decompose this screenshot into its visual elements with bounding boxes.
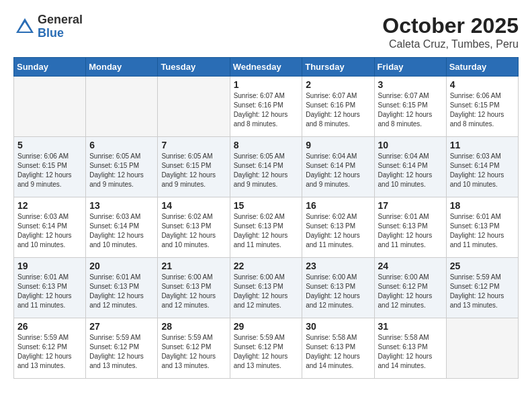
calendar-day: 26Sunrise: 5:59 AM Sunset: 6:12 PM Dayli… [14,318,86,379]
logo-blue: Blue [38,27,83,40]
calendar-day: 6Sunrise: 6:05 AM Sunset: 6:15 PM Daylig… [86,137,158,197]
calendar-day: 1Sunrise: 6:07 AM Sunset: 6:16 PM Daylig… [230,77,302,137]
day-header-saturday: Saturday [446,58,518,77]
calendar-day: 12Sunrise: 6:03 AM Sunset: 6:14 PM Dayli… [14,197,86,258]
day-info: Sunrise: 6:06 AM Sunset: 6:15 PM Dayligh… [17,152,82,189]
day-info: Sunrise: 5:59 AM Sunset: 6:12 PM Dayligh… [234,333,299,371]
calendar-day: 17Sunrise: 6:01 AM Sunset: 6:13 PM Dayli… [374,197,446,258]
day-number: 14 [161,200,226,211]
day-info: Sunrise: 6:07 AM Sunset: 6:16 PM Dayligh… [306,91,370,129]
day-info: Sunrise: 6:00 AM Sunset: 6:13 PM Dayligh… [161,273,226,310]
day-info: Sunrise: 6:03 AM Sunset: 6:14 PM Dayligh… [89,212,154,250]
day-info: Sunrise: 6:00 AM Sunset: 6:13 PM Dayligh… [234,273,299,310]
calendar-day: 27Sunrise: 5:59 AM Sunset: 6:12 PM Dayli… [86,318,158,379]
calendar-day [86,77,158,137]
calendar-day: 11Sunrise: 6:03 AM Sunset: 6:14 PM Dayli… [446,137,518,197]
day-number: 2 [306,79,370,90]
day-info: Sunrise: 5:59 AM Sunset: 6:12 PM Dayligh… [17,333,82,371]
day-number: 15 [234,200,299,211]
calendar-day: 29Sunrise: 5:59 AM Sunset: 6:12 PM Dayli… [230,318,302,379]
day-number: 9 [306,140,370,150]
logo: General Blue [13,13,83,40]
week-row-4: 19Sunrise: 6:01 AM Sunset: 6:13 PM Dayli… [14,258,519,318]
day-number: 17 [378,200,443,211]
day-info: Sunrise: 5:59 AM Sunset: 6:12 PM Dayligh… [450,273,515,310]
calendar-day: 7Sunrise: 6:05 AM Sunset: 6:15 PM Daylig… [158,137,230,197]
day-info: Sunrise: 6:02 AM Sunset: 6:13 PM Dayligh… [161,212,226,250]
day-number: 4 [450,79,515,90]
day-number: 10 [378,140,443,150]
week-row-1: 1Sunrise: 6:07 AM Sunset: 6:16 PM Daylig… [14,77,519,137]
day-info: Sunrise: 6:01 AM Sunset: 6:13 PM Dayligh… [17,273,82,310]
day-number: 5 [17,140,82,150]
day-info: Sunrise: 5:58 AM Sunset: 6:13 PM Dayligh… [378,333,443,371]
week-row-2: 5Sunrise: 6:06 AM Sunset: 6:15 PM Daylig… [14,137,519,197]
calendar-day: 16Sunrise: 6:02 AM Sunset: 6:13 PM Dayli… [302,197,374,258]
day-number: 22 [234,261,299,271]
day-info: Sunrise: 5:59 AM Sunset: 6:12 PM Dayligh… [161,333,226,371]
day-number: 21 [161,261,226,271]
calendar-day: 15Sunrise: 6:02 AM Sunset: 6:13 PM Dayli… [230,197,302,258]
calendar-day: 14Sunrise: 6:02 AM Sunset: 6:13 PM Dayli… [158,197,230,258]
month-title: October 2025 [382,13,519,38]
calendar-day: 30Sunrise: 5:58 AM Sunset: 6:13 PM Dayli… [302,318,374,379]
day-number: 31 [378,321,443,332]
day-info: Sunrise: 6:01 AM Sunset: 6:13 PM Dayligh… [378,212,443,250]
logo-general: General [38,13,83,27]
calendar-day: 9Sunrise: 6:04 AM Sunset: 6:14 PM Daylig… [302,137,374,197]
calendar-day: 2Sunrise: 6:07 AM Sunset: 6:16 PM Daylig… [302,77,374,137]
day-header-thursday: Thursday [302,58,374,77]
day-info: Sunrise: 6:05 AM Sunset: 6:15 PM Dayligh… [89,152,154,189]
day-number: 24 [378,261,443,271]
day-info: Sunrise: 6:03 AM Sunset: 6:14 PM Dayligh… [450,152,515,189]
page-header: General Blue October 2025 Caleta Cruz, T… [13,13,519,50]
calendar-day: 3Sunrise: 6:07 AM Sunset: 6:15 PM Daylig… [374,77,446,137]
calendar: SundayMondayTuesdayWednesdayThursdayFrid… [13,57,519,379]
calendar-day: 4Sunrise: 6:06 AM Sunset: 6:15 PM Daylig… [446,77,518,137]
calendar-day: 24Sunrise: 6:00 AM Sunset: 6:12 PM Dayli… [374,258,446,318]
day-info: Sunrise: 6:03 AM Sunset: 6:14 PM Dayligh… [17,212,82,250]
day-header-monday: Monday [86,58,158,77]
day-info: Sunrise: 6:02 AM Sunset: 6:13 PM Dayligh… [234,212,299,250]
day-info: Sunrise: 6:01 AM Sunset: 6:13 PM Dayligh… [89,273,154,310]
logo-icon [15,17,35,37]
day-number: 6 [89,140,154,150]
calendar-day: 25Sunrise: 5:59 AM Sunset: 6:12 PM Dayli… [446,258,518,318]
day-number: 13 [89,200,154,211]
day-number: 30 [306,321,370,332]
week-row-3: 12Sunrise: 6:03 AM Sunset: 6:14 PM Dayli… [14,197,519,258]
calendar-day [14,77,86,137]
day-info: Sunrise: 5:59 AM Sunset: 6:12 PM Dayligh… [89,333,154,371]
week-row-5: 26Sunrise: 5:59 AM Sunset: 6:12 PM Dayli… [14,318,519,379]
day-header-tuesday: Tuesday [158,58,230,77]
day-header-wednesday: Wednesday [230,58,302,77]
day-number: 29 [234,321,299,332]
day-info: Sunrise: 6:06 AM Sunset: 6:15 PM Dayligh… [450,91,515,129]
day-number: 20 [89,261,154,271]
calendar-header-row: SundayMondayTuesdayWednesdayThursdayFrid… [14,58,519,77]
day-header-sunday: Sunday [14,58,86,77]
day-info: Sunrise: 6:05 AM Sunset: 6:14 PM Dayligh… [234,152,299,189]
day-info: Sunrise: 6:07 AM Sunset: 6:15 PM Dayligh… [378,91,443,129]
day-number: 7 [161,140,226,150]
calendar-day: 8Sunrise: 6:05 AM Sunset: 6:14 PM Daylig… [230,137,302,197]
calendar-day: 28Sunrise: 5:59 AM Sunset: 6:12 PM Dayli… [158,318,230,379]
calendar-day: 10Sunrise: 6:04 AM Sunset: 6:14 PM Dayli… [374,137,446,197]
day-info: Sunrise: 6:04 AM Sunset: 6:14 PM Dayligh… [378,152,443,189]
day-info: Sunrise: 5:58 AM Sunset: 6:13 PM Dayligh… [306,333,370,371]
day-info: Sunrise: 6:01 AM Sunset: 6:13 PM Dayligh… [450,212,515,250]
location: Caleta Cruz, Tumbes, Peru [382,38,519,50]
day-header-friday: Friday [374,58,446,77]
day-number: 8 [234,140,299,150]
day-number: 12 [17,200,82,211]
calendar-day: 22Sunrise: 6:00 AM Sunset: 6:13 PM Dayli… [230,258,302,318]
day-number: 26 [17,321,82,332]
day-number: 11 [450,140,515,150]
calendar-day [158,77,230,137]
day-number: 19 [17,261,82,271]
day-number: 16 [306,200,370,211]
day-info: Sunrise: 6:00 AM Sunset: 6:12 PM Dayligh… [378,273,443,310]
day-number: 1 [234,79,299,90]
day-number: 18 [450,200,515,211]
day-info: Sunrise: 6:04 AM Sunset: 6:14 PM Dayligh… [306,152,370,189]
